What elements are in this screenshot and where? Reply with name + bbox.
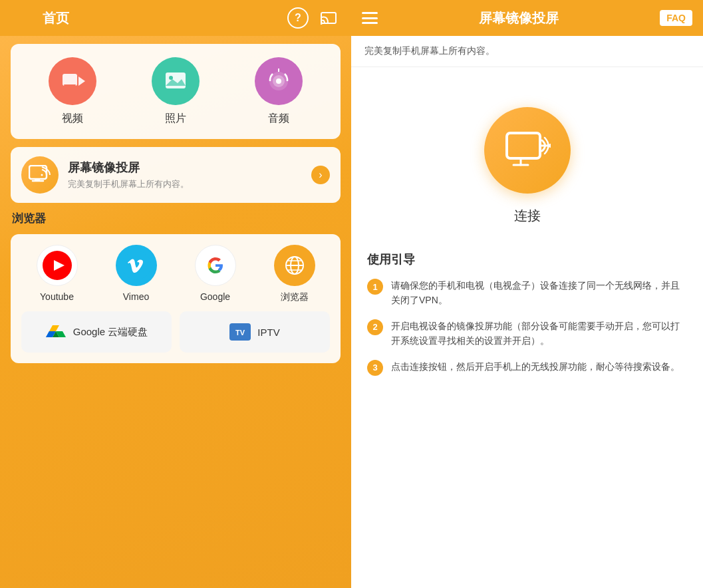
svg-marker-3 xyxy=(78,76,85,86)
guide-num-2: 2 xyxy=(367,319,383,335)
guide-text-2: 开启电视设备的镜像投屏功能（部分设备可能需要手动开启，您可以打开系统设置寻找相关… xyxy=(391,319,687,349)
connect-area: 连接 使用引导 1 请确保您的手机和电视（电视盒子）设备连接了同一个无线网络，并… xyxy=(351,67,703,588)
photo-icon-circle xyxy=(152,57,200,105)
left-panel: 首页 ? xyxy=(0,0,351,588)
svg-rect-5 xyxy=(166,73,186,88)
service-google-drive[interactable]: Google 云端硬盘 xyxy=(21,311,172,353)
media-item-audio[interactable]: 音频 xyxy=(255,57,303,126)
youtube-icon xyxy=(37,245,78,286)
mirror-icon xyxy=(21,156,59,194)
guide-item-2: 2 开启电视设备的镜像投屏功能（部分设备可能需要手动开启，您可以打开系统设置寻找… xyxy=(367,319,687,349)
browser-section: Youtube Vimeo xyxy=(11,234,341,363)
svg-rect-2 xyxy=(63,74,77,86)
subtitle-bar: 完美复制手机屏幕上所有内容。 xyxy=(351,36,703,67)
google-label: Google xyxy=(200,291,230,302)
help-button[interactable]: ? xyxy=(287,7,309,29)
right-subtitle: 完美复制手机屏幕上所有内容。 xyxy=(364,45,690,57)
svg-rect-4 xyxy=(64,84,76,86)
faq-button[interactable]: FAQ xyxy=(660,10,692,26)
guide-section: 使用引导 1 请确保您的手机和电视（电视盒子）设备连接了同一个无线网络，并且关闭… xyxy=(351,238,703,400)
mirror-arrow[interactable]: › xyxy=(311,166,330,184)
media-section: 视频 照片 xyxy=(11,44,341,139)
mirror-text: 屏幕镜像投屏 完美复制手机屏幕上所有内容。 xyxy=(68,160,189,190)
audio-icon-circle xyxy=(255,57,303,105)
services-row: Google 云端硬盘 TV IPTV xyxy=(21,311,330,353)
connect-button[interactable] xyxy=(484,107,571,194)
google-icon xyxy=(195,245,236,286)
browser-item-web[interactable]: 浏览器 xyxy=(268,245,321,303)
guide-title: 使用引导 xyxy=(367,251,687,267)
google-drive-label: Google 云端硬盘 xyxy=(73,326,148,339)
browser-item-google[interactable]: Google xyxy=(189,245,242,303)
right-content: 完美复制手机屏幕上所有内容。 连接 xyxy=(351,36,703,588)
svg-point-10 xyxy=(276,78,281,84)
mirror-section[interactable]: 屏幕镜像投屏 完美复制手机屏幕上所有内容。 › xyxy=(11,147,341,203)
web-browser-icon xyxy=(274,245,315,286)
web-browser-label: 浏览器 xyxy=(281,291,309,303)
media-item-video[interactable]: 视频 xyxy=(49,57,96,126)
guide-text-1: 请确保您的手机和电视（电视盒子）设备连接了同一个无线网络，并且关闭了VPN。 xyxy=(391,278,687,308)
connect-label: 连接 xyxy=(514,207,541,225)
guide-num-1: 1 xyxy=(367,279,383,295)
left-header-title: 首页 xyxy=(43,9,277,27)
svg-point-1 xyxy=(321,22,323,25)
guide-item-1: 1 请确保您的手机和电视（电视盒子）设备连接了同一个无线网络，并且关闭了VPN。 xyxy=(367,278,687,308)
mirror-subtitle: 完美复制手机屏幕上所有内容。 xyxy=(68,178,189,190)
video-label: 视频 xyxy=(62,112,83,126)
svg-point-17 xyxy=(122,251,151,280)
svg-text:TV: TV xyxy=(235,329,245,337)
service-iptv[interactable]: TV IPTV xyxy=(180,311,330,353)
google-drive-icon xyxy=(45,321,67,343)
menu-icon[interactable] xyxy=(11,12,32,24)
right-header: 屏幕镜像投屏 FAQ xyxy=(351,0,703,36)
browser-item-vimeo[interactable]: Vimeo xyxy=(110,245,163,303)
youtube-label: Youtube xyxy=(40,291,74,302)
svg-rect-0 xyxy=(321,13,336,23)
right-header-title: 屏幕镜像投屏 xyxy=(388,9,649,27)
right-menu-icon[interactable] xyxy=(362,12,378,24)
guide-num-3: 3 xyxy=(367,360,383,376)
cast-icon[interactable] xyxy=(319,7,341,29)
app-layout: 首页 ? xyxy=(0,0,703,588)
vimeo-icon xyxy=(116,245,157,286)
svg-rect-32 xyxy=(507,133,540,158)
guide-item-3: 3 点击连接按钮，然后开启手机上的无线投屏功能，耐心等待搜索设备。 xyxy=(367,359,687,376)
guide-text-3: 点击连接按钮，然后开启手机上的无线投屏功能，耐心等待搜索设备。 xyxy=(391,359,680,374)
iptv-icon: TV xyxy=(229,321,251,343)
svg-marker-27 xyxy=(49,325,59,331)
browser-item-youtube[interactable]: Youtube xyxy=(31,245,84,303)
iptv-label: IPTV xyxy=(257,327,279,338)
video-icon-circle xyxy=(49,57,96,105)
right-panel: 屏幕镜像投屏 FAQ 完美复制手机屏幕上所有内容。 xyxy=(351,0,703,588)
vimeo-label: Vimeo xyxy=(123,291,149,302)
left-header: 首页 ? xyxy=(0,0,351,36)
svg-point-14 xyxy=(41,174,43,176)
photo-label: 照片 xyxy=(165,112,186,126)
browser-heading: 浏览器 xyxy=(11,211,341,226)
left-content: 视频 照片 xyxy=(0,36,351,588)
browser-apps-row: Youtube Vimeo xyxy=(21,245,330,303)
media-item-photo[interactable]: 照片 xyxy=(152,57,200,126)
audio-label: 音频 xyxy=(268,112,289,126)
mirror-title: 屏幕镜像投屏 xyxy=(68,160,189,176)
